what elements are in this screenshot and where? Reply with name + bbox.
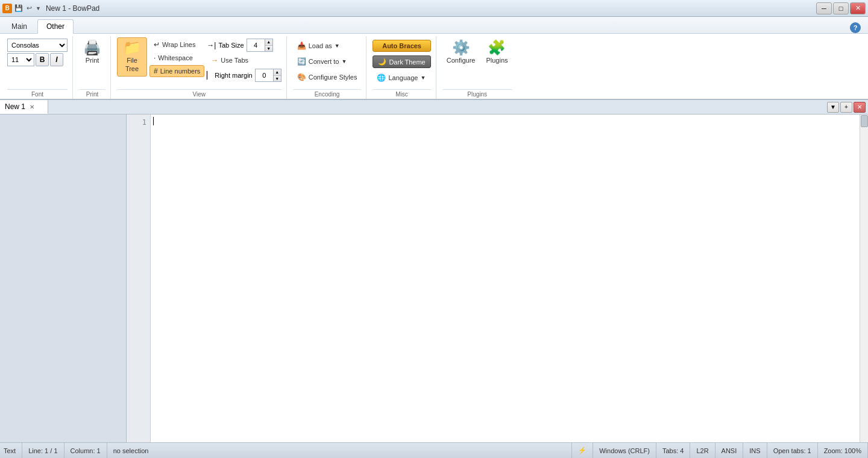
- dark-theme-icon: 🌙: [378, 58, 386, 66]
- right-margin-up[interactable]: ▲: [274, 69, 281, 76]
- font-size-select[interactable]: 11: [7, 53, 34, 66]
- plugins-button[interactable]: 🧩 Plugins: [482, 37, 512, 67]
- scrollbar[interactable]: [860, 114, 868, 442]
- view-group-content: 📁 File Tree ↵ Wrap Lines · Whitespace # …: [117, 37, 281, 89]
- minimize-button[interactable]: ─: [816, 2, 832, 14]
- file-tab-new1[interactable]: New 1 ✕: [0, 100, 48, 114]
- close-button[interactable]: ✕: [850, 2, 866, 14]
- encoding-group-label: Encoding: [293, 89, 362, 99]
- maximize-button[interactable]: □: [833, 2, 849, 14]
- wrap-lines-icon: ↵: [154, 40, 160, 49]
- editor-cursor: [153, 117, 154, 125]
- tab-size-spinbox[interactable]: ▲ ▼: [247, 39, 273, 52]
- print-button[interactable]: 🖨️ Print: [79, 37, 105, 67]
- view-spinboxes: →| Tab Size ▲ ▼ → Use Tabs ▏: [207, 37, 281, 82]
- file-tree-icon: 📁: [123, 40, 141, 55]
- app-icon: B: [2, 4, 12, 13]
- misc-group-content: Auto Braces 🌙 Dark Theme 🌐 Language ▼: [373, 37, 430, 89]
- tab-controls: ▼ + ✕: [827, 100, 868, 114]
- tab-size-up[interactable]: ▲: [265, 39, 272, 46]
- view-group-label: View: [117, 89, 281, 99]
- tab-size-row: →| Tab Size ▲ ▼: [207, 39, 281, 52]
- configure-button[interactable]: ⚙️ Configure: [442, 37, 480, 67]
- quick-access-dropdown[interactable]: ▼: [36, 5, 41, 11]
- quick-access-save[interactable]: 💾: [14, 4, 23, 12]
- plugins-group-content: ⚙️ Configure 🧩 Plugins: [442, 37, 512, 89]
- status-zoom: Zoom: 100%: [818, 443, 868, 458]
- convert-to-dropdown-arrow: ▼: [341, 58, 347, 64]
- encoding-group: 📥 Load as ▼ 🔄 Convert to ▼ 🎨 Configure S…: [288, 36, 367, 99]
- right-margin-row: ▏ Right margin ▲ ▼: [207, 69, 281, 82]
- bold-button[interactable]: B: [36, 53, 49, 66]
- load-as-button[interactable]: 📥 Load as ▼: [293, 40, 362, 52]
- language-button[interactable]: 🌐 Language ▼: [373, 72, 430, 84]
- print-group: 🖨️ Print Print: [74, 36, 111, 99]
- font-controls: Consolas 11 B I: [7, 37, 68, 66]
- right-margin-down[interactable]: ▼: [274, 76, 281, 82]
- close-tab-button[interactable]: ✕: [28, 102, 36, 111]
- convert-to-icon: 🔄: [297, 57, 306, 66]
- right-margin-input[interactable]: [255, 69, 273, 82]
- load-as-icon: 📥: [297, 42, 306, 50]
- tab-other[interactable]: Other: [37, 19, 74, 34]
- status-line-ending: Windows (CRLF): [593, 443, 656, 458]
- line-numbers-icon: #: [154, 67, 158, 75]
- status-encoding-icon: ⚡: [572, 443, 593, 458]
- font-name-select[interactable]: Consolas: [7, 39, 68, 52]
- editor-content[interactable]: [151, 114, 860, 442]
- status-selection: no selection: [107, 443, 573, 458]
- tab-size-icon: →|: [207, 41, 216, 49]
- window-title: New 1 - BowPad: [46, 4, 816, 13]
- status-mode: L2R: [690, 443, 715, 458]
- configure-icon: ⚙️: [452, 40, 470, 55]
- line-number-1: 1: [127, 117, 150, 128]
- status-encoding: ANSI: [715, 443, 744, 458]
- plugins-icon: 🧩: [488, 40, 506, 55]
- right-margin-icon: ▏: [207, 71, 212, 80]
- tab-add-button[interactable]: +: [840, 102, 852, 113]
- load-as-dropdown-arrow: ▼: [335, 43, 340, 49]
- italic-button[interactable]: I: [50, 53, 63, 66]
- encoding-group-content: 📥 Load as ▼ 🔄 Convert to ▼ 🎨 Configure S…: [293, 37, 362, 89]
- help-icon[interactable]: ?: [850, 22, 861, 33]
- dark-theme-button[interactable]: 🌙 Dark Theme: [373, 55, 430, 68]
- plugins-group-label: Plugins: [442, 89, 512, 99]
- whitespace-button[interactable]: · Whitespace: [149, 52, 204, 64]
- right-margin-spinbox[interactable]: ▲ ▼: [255, 69, 281, 82]
- tab-main[interactable]: Main: [2, 19, 36, 33]
- convert-to-button[interactable]: 🔄 Convert to ▼: [293, 55, 362, 67]
- view-toggles: ↵ Wrap Lines · Whitespace # Line numbers: [149, 37, 204, 77]
- use-tabs-button[interactable]: → Use Tabs: [207, 54, 281, 66]
- right-margin-spinbox-buttons: ▲ ▼: [273, 69, 281, 82]
- configure-styles-button[interactable]: 🎨 Configure Styles: [293, 71, 362, 83]
- status-open-tabs: Open tabs: 1: [767, 443, 818, 458]
- tab-size-input[interactable]: [247, 39, 265, 52]
- scroll-thumb[interactable]: [861, 115, 868, 127]
- font-group-label: Font: [7, 89, 68, 99]
- file-tree-panel: [0, 114, 127, 442]
- line-numbers: 1: [127, 114, 151, 442]
- misc-group: Auto Braces 🌙 Dark Theme 🌐 Language ▼ Mi…: [368, 36, 436, 99]
- tab-dropdown-button[interactable]: ▼: [827, 102, 839, 113]
- tab-size-down[interactable]: ▼: [265, 46, 272, 52]
- line-numbers-button[interactable]: # Line numbers: [149, 65, 204, 77]
- auto-braces-button[interactable]: Auto Braces: [373, 40, 430, 52]
- plugins-group: ⚙️ Configure 🧩 Plugins Plugins: [438, 36, 517, 99]
- language-dropdown-arrow: ▼: [420, 75, 426, 81]
- titlebar: B 💾 ↩ ▼ New 1 - BowPad ─ □ ✕: [0, 0, 868, 17]
- configure-styles-icon: 🎨: [297, 73, 306, 81]
- use-tabs-icon: →: [211, 56, 218, 64]
- status-bar: Text Line: 1 / 1 Column: 1 no selection …: [0, 442, 868, 458]
- language-icon: 🌐: [377, 74, 386, 82]
- editor-area: 1: [0, 114, 868, 442]
- tab-close-all-button[interactable]: ✕: [854, 102, 866, 113]
- status-line: Line: 1 / 1: [22, 443, 64, 458]
- view-group: 📁 File Tree ↵ Wrap Lines · Whitespace # …: [112, 36, 287, 99]
- printer-icon: 🖨️: [83, 40, 101, 55]
- status-tabs: Tabs: 4: [656, 443, 690, 458]
- wrap-lines-button[interactable]: ↵ Wrap Lines: [149, 39, 204, 51]
- file-tree-button[interactable]: 📁 File Tree: [117, 37, 147, 77]
- quick-access-undo[interactable]: ↩: [27, 4, 32, 12]
- status-text: Text: [0, 443, 22, 458]
- font-group-content: Consolas 11 B I: [7, 37, 68, 89]
